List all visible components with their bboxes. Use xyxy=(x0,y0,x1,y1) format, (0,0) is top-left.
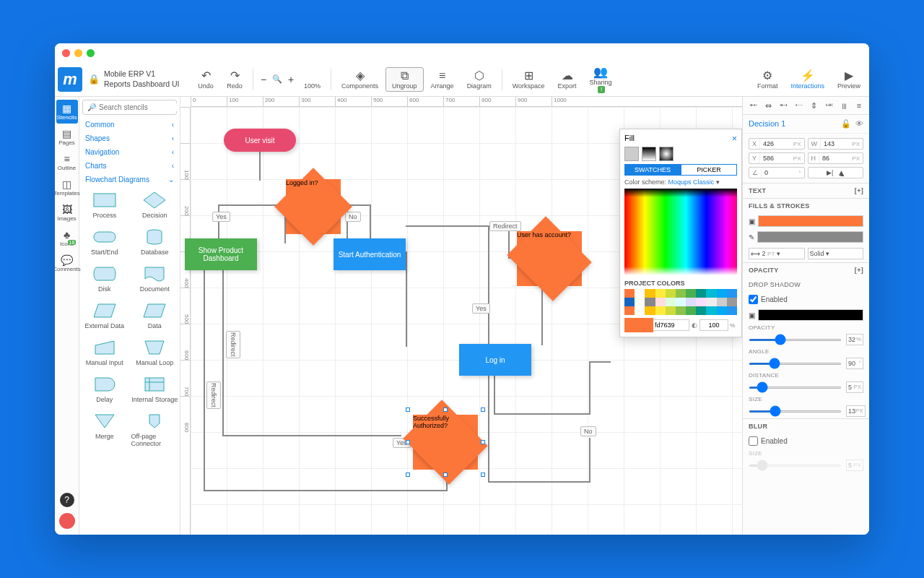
rail-images[interactable]: 🖼Images xyxy=(56,201,78,225)
format-button[interactable]: ⚙Format xyxy=(751,68,784,91)
selected-element-name[interactable]: Decision 1 xyxy=(749,119,785,129)
stencil-database[interactable]: Database xyxy=(130,223,180,260)
node-has-account[interactable]: User has account? xyxy=(517,231,582,286)
expand-icon[interactable]: [+] xyxy=(855,187,863,194)
workspace-button[interactable]: ⊞Workspace xyxy=(507,68,551,91)
align-top-icon[interactable]: ⬸ xyxy=(794,101,803,110)
arrange-button[interactable]: ≡Arrange xyxy=(425,68,460,91)
ungroup-button[interactable]: ⧉Ungroup xyxy=(385,67,424,92)
node-start-auth[interactable]: Start Authentication xyxy=(334,238,406,270)
y-field[interactable]: Y586PX xyxy=(749,152,805,164)
swatch-linear[interactable] xyxy=(642,147,656,161)
swatch-solid[interactable] xyxy=(624,147,639,161)
export-button[interactable]: ☁Export xyxy=(552,68,583,91)
stencil-document[interactable]: Document xyxy=(130,260,180,297)
rail-templates[interactable]: ◫Templates xyxy=(56,176,78,199)
rail-icons[interactable]: ♣Icons xyxy=(56,226,78,250)
flip-v-icon[interactable]: ▲̲ xyxy=(839,169,844,176)
fill-opacity-input[interactable] xyxy=(699,319,728,331)
app-logo[interactable]: m xyxy=(58,67,82,92)
rail-pages[interactable]: ▤Pages xyxy=(56,125,78,149)
interactions-button[interactable]: ⚡Interactions xyxy=(785,68,830,91)
window-minimize-dot[interactable] xyxy=(74,49,82,57)
align-center-v-icon[interactable]: ⇕ xyxy=(809,101,818,110)
stencil-manual-loop[interactable]: Manual Loop xyxy=(130,334,180,371)
align-left-icon[interactable]: ⬴ xyxy=(749,101,757,110)
redo-button[interactable]: ↷Redo xyxy=(221,68,248,91)
user-avatar[interactable] xyxy=(59,513,75,529)
distribute-v-icon[interactable]: ≡ xyxy=(855,101,863,110)
shadow-color-bar[interactable] xyxy=(758,309,863,321)
shadow-distance-slider[interactable] xyxy=(749,387,842,389)
shadow-enabled-checkbox[interactable] xyxy=(749,295,758,304)
flip-field[interactable]: ▶|▲̲ xyxy=(808,167,864,178)
components-button[interactable]: ◈Components xyxy=(336,68,384,91)
node-login[interactable]: Log in xyxy=(459,344,531,376)
window-close-dot[interactable] xyxy=(62,49,70,57)
help-button[interactable]: ? xyxy=(60,493,74,507)
opacity-section[interactable]: OPACITY xyxy=(749,267,778,274)
rail-comments[interactable]: 💬Comments18 xyxy=(56,251,78,275)
shadow-size-slider[interactable] xyxy=(749,410,842,413)
zoom-in-button[interactable]: + xyxy=(285,74,297,85)
search-input[interactable] xyxy=(99,103,180,111)
project-color-grid[interactable] xyxy=(624,289,737,315)
visibility-icon[interactable]: 👁 xyxy=(855,119,863,129)
h-field[interactable]: H86PX xyxy=(808,152,864,164)
text-section[interactable]: TEXT xyxy=(749,187,766,194)
fill-color-bar[interactable] xyxy=(758,215,863,227)
shadow-angle-slider[interactable] xyxy=(749,363,842,365)
w-field[interactable]: W143PX xyxy=(808,138,864,150)
lock-toggle-icon[interactable]: 🔓 xyxy=(841,119,851,129)
expand-icon[interactable]: [+] xyxy=(855,267,863,274)
tab-swatches[interactable]: SWATCHES xyxy=(624,164,681,176)
stroke-color-bar[interactable] xyxy=(757,231,863,243)
stencil-start-end[interactable]: Start/End xyxy=(79,223,130,260)
diagram-button[interactable]: ⬡Diagram xyxy=(461,68,497,91)
distribute-h-icon[interactable]: ⫼ xyxy=(840,101,848,110)
align-center-h-icon[interactable]: ⇔ xyxy=(764,101,772,110)
canvas[interactable]: Yes No Redirect Yes Redirect Redirect No… xyxy=(191,107,742,535)
category-flowchart-diagrams[interactable]: Flowchart Diagrams⌄ xyxy=(79,173,180,186)
stencil-merge[interactable]: Merge xyxy=(79,407,130,452)
stencil-off-page-connector[interactable]: Off-page Connector xyxy=(130,407,180,452)
window-zoom-dot[interactable] xyxy=(87,49,95,57)
rail-stencils[interactable]: ▦Stencils xyxy=(56,100,78,124)
flip-h-icon[interactable]: ▶| xyxy=(827,169,833,176)
document-title[interactable]: Mobile ERP V1 Reports Dashboard UI xyxy=(104,69,191,89)
sharing-button[interactable]: 👥Sharing! xyxy=(584,64,618,95)
stroke-style-field[interactable]: Solid ▾ xyxy=(808,248,864,259)
node-authorized[interactable]: Successfully Authorized? xyxy=(413,415,478,470)
close-icon[interactable]: × xyxy=(732,134,737,144)
align-right-icon[interactable]: ⬶ xyxy=(779,101,788,110)
stencil-disk[interactable]: Disk xyxy=(79,260,130,297)
stencil-decision[interactable]: Decision xyxy=(130,186,180,223)
zoom-level[interactable]: 100% xyxy=(298,68,326,91)
category-charts[interactable]: Charts‹ xyxy=(79,159,180,173)
blur-enabled-checkbox[interactable] xyxy=(749,436,758,446)
hex-input[interactable] xyxy=(653,319,689,331)
shadow-opacity-slider[interactable] xyxy=(749,339,842,341)
node-logged-in[interactable]: Logged in? xyxy=(286,179,341,234)
stencil-external-data[interactable]: External Data xyxy=(79,297,130,334)
x-field[interactable]: X426PX xyxy=(749,138,805,150)
scheme-link[interactable]: Moqups Classic xyxy=(668,178,715,186)
category-shapes[interactable]: Shapes‹ xyxy=(79,131,180,145)
zoom-out-button[interactable]: − xyxy=(258,74,269,85)
stencil-internal-storage[interactable]: Internal Storage xyxy=(130,371,180,407)
stroke-width-field[interactable]: ⟷ 2 PT ▾ xyxy=(749,248,805,259)
stencil-process[interactable]: Process xyxy=(79,186,130,223)
tab-picker[interactable]: PICKER xyxy=(681,164,737,176)
search-stencils[interactable]: 🔎 xyxy=(82,100,177,115)
stencil-delay[interactable]: Delay xyxy=(79,371,130,407)
category-navigation[interactable]: Navigation‹ xyxy=(79,145,180,159)
stencil-manual-input[interactable]: Manual Input xyxy=(79,334,130,371)
preview-button[interactable]: ▶Preview xyxy=(832,68,866,91)
node-user-visit[interactable]: User visit xyxy=(224,129,296,152)
category-common[interactable]: Common‹ xyxy=(79,118,180,131)
color-palette[interactable] xyxy=(624,189,737,275)
swatch-radial[interactable] xyxy=(659,147,674,161)
align-bottom-icon[interactable]: ⬺ xyxy=(824,101,833,110)
stencil-data[interactable]: Data xyxy=(130,297,180,334)
rail-outline[interactable]: ≡Outline xyxy=(56,150,78,174)
